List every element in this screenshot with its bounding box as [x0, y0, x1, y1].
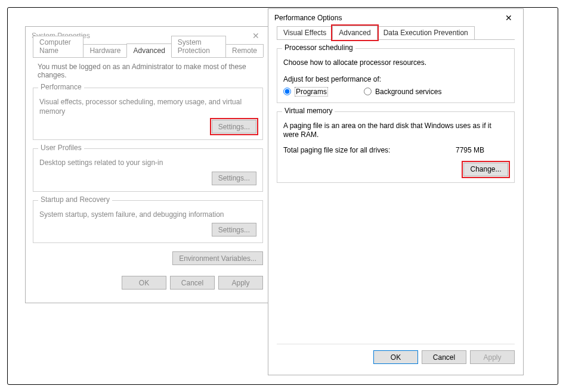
- vm-total-label: Total paging file size for all drives:: [283, 146, 390, 154]
- user-profiles-settings-button[interactable]: Settings...: [212, 172, 256, 185]
- system-properties-window: System Properties ✕ Computer Name Hardwa…: [25, 26, 271, 303]
- performance-desc: Visual effects, processor scheduling, me…: [39, 98, 256, 116]
- tab-hardware[interactable]: Hardware: [83, 44, 127, 57]
- radio-programs-label: Programs: [295, 87, 328, 97]
- cancel-button[interactable]: Cancel: [170, 276, 215, 290]
- vm-desc: A paging file is an area on the hard dis…: [283, 122, 508, 140]
- group-title: Startup and Recovery: [38, 195, 112, 204]
- change-button[interactable]: Change...: [463, 163, 508, 176]
- tab-remote[interactable]: Remote: [225, 44, 264, 57]
- tab-system-protection[interactable]: System Protection: [171, 36, 226, 57]
- radio-background-services[interactable]: Background services: [364, 88, 441, 96]
- group-title: Virtual memory: [282, 107, 335, 115]
- radio-services-input[interactable]: [364, 88, 372, 95]
- group-title: Processor scheduling: [282, 43, 355, 52]
- admin-note: You must be logged on as an Administrato…: [38, 63, 263, 79]
- processor-desc: Choose how to allocate processor resourc…: [283, 58, 508, 68]
- performance-options-window: Performance Options ✕ Visual Effects Adv…: [268, 8, 524, 375]
- dialog-actions: OK Cancel Apply: [33, 270, 263, 290]
- group-user-profiles: User Profiles Desktop settings related t…: [33, 148, 263, 192]
- tab-advanced[interactable]: Advanced: [332, 26, 377, 40]
- cancel-button[interactable]: Cancel: [422, 350, 466, 364]
- tab-computer-name[interactable]: Computer Name: [33, 36, 83, 57]
- radio-services-label: Background services: [375, 88, 441, 96]
- adjust-label: Adjust for best performance of:: [283, 75, 508, 83]
- tab-dep[interactable]: Data Execution Prevention: [377, 26, 475, 39]
- radio-programs-input[interactable]: [283, 88, 291, 95]
- startup-desc: System startup, system failure, and debu…: [39, 210, 256, 220]
- ok-button[interactable]: OK: [122, 276, 166, 290]
- tab-visual-effects[interactable]: Visual Effects: [277, 26, 333, 39]
- group-startup-recovery: Startup and Recovery System startup, sys…: [33, 200, 263, 244]
- apply-button[interactable]: Apply: [470, 350, 515, 364]
- performance-settings-button[interactable]: Settings...: [212, 120, 256, 133]
- group-virtual-memory: Virtual memory A paging file is an area …: [277, 111, 515, 183]
- close-icon[interactable]: ✕: [245, 27, 267, 44]
- ok-button[interactable]: OK: [373, 350, 418, 364]
- group-title: User Profiles: [38, 144, 84, 152]
- tab-advanced[interactable]: Advanced: [126, 43, 171, 58]
- user-profiles-desc: Desktop settings related to your sign-in: [39, 158, 256, 168]
- titlebar[interactable]: Performance Options ✕: [268, 9, 523, 27]
- tabs: Visual Effects Advanced Data Execution P…: [277, 27, 515, 40]
- group-performance: Performance Visual effects, processor sc…: [33, 88, 263, 140]
- apply-button[interactable]: Apply: [218, 276, 263, 290]
- close-icon[interactable]: ✕: [498, 10, 519, 26]
- group-title: Performance: [38, 83, 84, 91]
- environment-variables-button[interactable]: Environment Variables...: [172, 251, 263, 265]
- tabs: Computer Name Hardware Advanced System P…: [33, 45, 263, 58]
- group-processor-scheduling: Processor scheduling Choose how to alloc…: [277, 48, 515, 103]
- radio-programs[interactable]: Programs: [283, 87, 328, 97]
- window-title: Performance Options: [274, 14, 342, 22]
- vm-total-value: 7795 MB: [456, 146, 484, 154]
- startup-settings-button[interactable]: Settings...: [212, 223, 256, 237]
- dialog-actions: OK Cancel Apply: [277, 344, 515, 364]
